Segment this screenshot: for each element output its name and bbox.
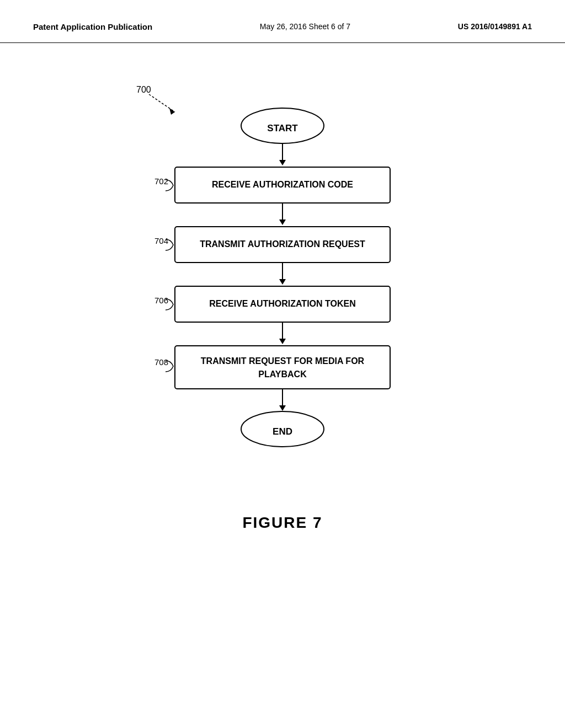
ref-700-label: 700	[136, 85, 151, 94]
figure-caption: FIGURE 7	[242, 514, 322, 532]
patent-publication-label: Patent Application Publication	[33, 22, 152, 31]
sheet-date-label: May 26, 2016 Sheet 6 of 7	[260, 22, 350, 31]
step-704-label: TRANSMIT AUTHORIZATION REQUEST	[200, 239, 365, 249]
end-label: END	[273, 426, 292, 437]
svg-marker-10	[279, 279, 286, 285]
patent-number-label: US 2016/0149891 A1	[458, 22, 532, 31]
ref-706-label: 706	[154, 296, 168, 305]
flowchart-svg: 700 START 702 RECEIVE AUTHORIZATION CODE	[89, 60, 476, 490]
svg-rect-14	[175, 346, 390, 389]
svg-marker-16	[279, 405, 286, 411]
header-right: US 2016/0149891 A1	[458, 22, 532, 31]
svg-marker-1	[169, 108, 175, 115]
step-702-label: RECEIVE AUTHORIZATION CODE	[212, 180, 353, 189]
page: Patent Application Publication May 26, 2…	[0, 0, 565, 728]
ref-704-label: 704	[154, 236, 168, 245]
step-706-label: RECEIVE AUTHORIZATION TOKEN	[209, 299, 356, 308]
step-708-label-line2: PLAYBACK	[258, 370, 307, 379]
figure-caption-text: FIGURE 7	[242, 514, 322, 531]
header-left: Patent Application Publication	[33, 22, 152, 31]
svg-marker-4	[279, 160, 286, 165]
header: Patent Application Publication May 26, 2…	[0, 0, 565, 43]
header-center: May 26, 2016 Sheet 6 of 7	[260, 22, 350, 31]
svg-marker-7	[279, 220, 286, 225]
step-708-label-line1: TRANSMIT REQUEST FOR MEDIA FOR	[201, 356, 365, 366]
ref-702-label: 702	[154, 176, 168, 186]
start-label: START	[267, 123, 298, 133]
ref-708-label: 708	[154, 357, 168, 367]
diagram-area: 700 START 702 RECEIVE AUTHORIZATION CODE	[0, 43, 565, 532]
flowchart-container: 700 START 702 RECEIVE AUTHORIZATION CODE	[89, 60, 476, 492]
svg-marker-13	[279, 339, 286, 344]
